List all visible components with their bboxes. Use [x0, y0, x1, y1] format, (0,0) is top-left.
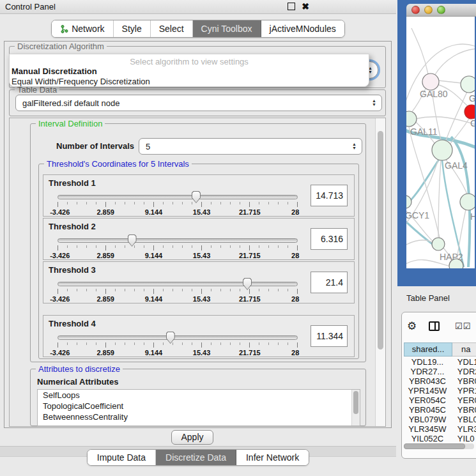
gear-icon[interactable]: ⚙	[407, 319, 417, 333]
slider-tick	[77, 289, 77, 291]
slider-tick	[278, 202, 279, 204]
network-view-canvas[interactable]: GAL80 GAL11 GAL4 GCY1 HAP2 H G C	[406, 17, 475, 268]
slider-tick	[182, 245, 183, 248]
number-of-intervals-select[interactable]: 5 ▲▼	[139, 138, 362, 155]
slider-tick	[153, 342, 154, 348]
slider-track[interactable]	[58, 335, 298, 340]
slider-tick	[268, 342, 269, 345]
cell: YIL0	[451, 434, 476, 442]
list-item[interactable]: SelfLoops	[38, 390, 360, 401]
slider-tick	[67, 289, 68, 291]
tab-network[interactable]: Network	[52, 20, 113, 37]
main-scrollbar[interactable]	[375, 118, 385, 426]
table-row[interactable]: YIL052CYIL0	[404, 434, 476, 442]
checkbox-columns-icon[interactable]: ☑☑	[455, 321, 471, 331]
slider-track[interactable]	[58, 238, 298, 243]
threshold-value-field[interactable]: 14.713	[311, 185, 348, 206]
slider-track[interactable]	[58, 282, 298, 286]
table-row[interactable]: YDL19...YDL1	[404, 357, 476, 367]
table-data-select[interactable]: galFiltered.sif default node ▲▼	[15, 95, 382, 111]
apply-button[interactable]: Apply	[171, 430, 213, 445]
horizontal-scrollbar[interactable]	[404, 443, 474, 449]
tab-cyni-toolbox[interactable]: Cyni Toolbox	[193, 20, 261, 37]
close-icon[interactable]: ✖	[302, 1, 309, 12]
node-gal11[interactable]	[406, 111, 417, 127]
float-window-icon[interactable]	[288, 3, 295, 10]
node-hap2[interactable]	[432, 238, 445, 250]
tab-discretize-data[interactable]: Discretize Data	[156, 450, 236, 465]
node-h[interactable]	[460, 194, 475, 210]
table-row[interactable]: YBR043CYBR0	[404, 376, 476, 386]
slider-tick	[86, 245, 87, 248]
node-partial-top-right[interactable]	[461, 76, 475, 93]
threshold-value-field[interactable]: 6.316	[311, 228, 348, 250]
table-row[interactable]: YPR145WYPR1	[404, 386, 476, 395]
zoom-traffic-icon[interactable]	[437, 6, 445, 14]
tab-style[interactable]: Style	[114, 20, 151, 37]
threshold-box: Threshold 2 -3.426 2.859 9.144 15.43 21.…	[43, 218, 355, 260]
list-item[interactable]: BetweennessCentrality	[38, 411, 360, 422]
node-gal80[interactable]	[422, 73, 439, 90]
node-gal4[interactable]	[432, 140, 452, 160]
slider-tick	[115, 342, 116, 345]
slider-tick	[115, 289, 116, 291]
threshold-value-field[interactable]: 11.344	[311, 325, 348, 347]
number-of-intervals-value: 5	[146, 142, 150, 151]
slider-tick	[230, 342, 231, 345]
threshold-label: Threshold 3	[49, 265, 96, 275]
network-window-titlebar[interactable]	[406, 4, 476, 17]
slider-tick	[96, 289, 96, 291]
threshold-slider: -3.426 2.859 9.144 15.43 21.715 28	[58, 331, 298, 357]
scrollbar-thumb[interactable]	[378, 131, 383, 349]
tab-infer-network[interactable]: Infer Network	[236, 450, 309, 465]
slider-tick	[96, 342, 96, 345]
slider-tick	[182, 202, 183, 204]
tab-select[interactable]: Select	[151, 20, 193, 37]
slider-tick	[115, 202, 116, 204]
node-red-selected[interactable]	[464, 105, 475, 119]
node-label: C	[470, 118, 475, 128]
split-view-icon[interactable]	[429, 321, 440, 331]
table-row[interactable]: YBL079WYBL0	[404, 415, 476, 424]
threshold-box: Threshold 1 -3.426 2.859 9.144 15.43 21.…	[43, 174, 355, 217]
popup-option-equal-width-frequency[interactable]: Equal Width/Frequency Discretization	[12, 77, 150, 86]
scrollbar-thumb[interactable]	[404, 443, 465, 449]
table-row[interactable]: YER054CYER0	[404, 395, 476, 405]
minimize-traffic-icon[interactable]	[424, 6, 433, 14]
tab-jactivemnodules[interactable]: jActiveMNodules	[261, 20, 344, 37]
slider-tick	[105, 342, 106, 348]
slider-tick	[249, 342, 250, 348]
bottom-tab-bar: Impute Data Discretize Data Infer Networ…	[0, 449, 396, 466]
node-label: GAL80	[420, 89, 448, 99]
threshold-value-field[interactable]: 21.4	[311, 272, 348, 293]
list-scrollbar[interactable]	[351, 390, 360, 426]
table-row[interactable]: YLR345WYLR3	[404, 424, 476, 434]
list-item[interactable]: TopologicalCoefficient	[38, 401, 360, 411]
slider-tick	[192, 289, 192, 291]
slider-ticks	[58, 202, 298, 208]
column-header-name[interactable]: na	[452, 342, 476, 357]
slider-tick	[125, 245, 125, 248]
slider-tick-label: 15.43	[193, 252, 211, 259]
scrollbar-thumb[interactable]	[353, 391, 358, 414]
tab-impute-data[interactable]: Impute Data	[88, 450, 156, 465]
node-label: GCY1	[406, 210, 429, 220]
slider-tick	[211, 342, 211, 345]
slider-track[interactable]	[58, 195, 298, 199]
slider-tick	[297, 245, 298, 250]
table-row[interactable]: YBR045CYBR0	[404, 405, 476, 415]
popup-option-manual-discretization[interactable]: Manual Discretization	[12, 66, 97, 76]
close-traffic-icon[interactable]	[411, 6, 420, 14]
slider-tick-label: 9.144	[145, 252, 163, 259]
slider-tick-label: -3.426	[50, 252, 70, 259]
numerical-attributes-list[interactable]: SelfLoops TopologicalCoefficient Between…	[37, 389, 360, 426]
cell: YDL19...	[404, 357, 451, 367]
popup-placeholder-option[interactable]: Select algorithm to view settings	[10, 57, 369, 66]
slider-tick	[67, 245, 68, 248]
slider-tick	[153, 245, 154, 250]
node-gcy1[interactable]	[406, 196, 411, 208]
network-icon	[60, 25, 68, 33]
slider-tick	[259, 245, 259, 248]
table-row[interactable]: YDR27...YDR2	[404, 367, 476, 376]
column-header-shared-name[interactable]: shared...	[404, 342, 452, 357]
